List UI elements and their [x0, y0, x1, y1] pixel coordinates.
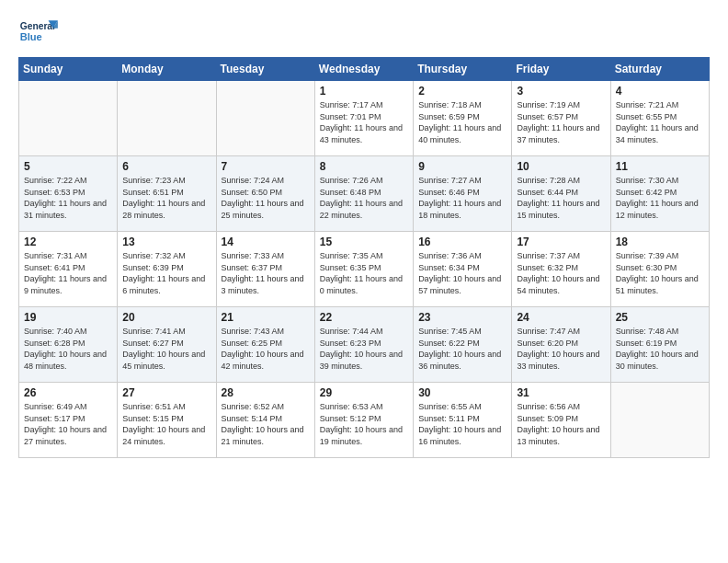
week-row-4: 19Sunrise: 7:40 AM Sunset: 6:28 PM Dayli…: [19, 307, 710, 383]
day-info: Sunrise: 7:35 AM Sunset: 6:35 PM Dayligh…: [320, 250, 408, 296]
day-number: 7: [222, 160, 310, 173]
calendar-cell: [118, 81, 216, 156]
calendar-cell: 30Sunrise: 6:55 AM Sunset: 5:11 PM Dayli…: [414, 383, 512, 458]
day-info: Sunrise: 7:44 AM Sunset: 6:23 PM Dayligh…: [320, 326, 408, 372]
svg-text:Blue: Blue: [20, 31, 42, 42]
page: General Blue SundayMondayTuesdayWednesda…: [0, 0, 728, 563]
day-number: 30: [418, 386, 506, 399]
calendar-cell: 31Sunrise: 6:56 AM Sunset: 5:09 PM Dayli…: [512, 383, 610, 458]
calendar-cell: 22Sunrise: 7:44 AM Sunset: 6:23 PM Dayli…: [314, 307, 413, 383]
week-row-3: 12Sunrise: 7:31 AM Sunset: 6:41 PM Dayli…: [19, 232, 710, 307]
day-info: Sunrise: 7:36 AM Sunset: 6:34 PM Dayligh…: [418, 250, 506, 296]
calendar-cell: 4Sunrise: 7:21 AM Sunset: 6:55 PM Daylig…: [610, 81, 709, 156]
calendar-cell: [19, 81, 118, 156]
day-info: Sunrise: 7:47 AM Sunset: 6:20 PM Dayligh…: [517, 326, 605, 372]
header-thursday: Thursday: [414, 58, 512, 81]
day-info: Sunrise: 7:40 AM Sunset: 6:28 PM Dayligh…: [24, 326, 112, 372]
day-number: 8: [320, 160, 408, 173]
day-number: 17: [517, 236, 605, 248]
calendar-cell: 14Sunrise: 7:33 AM Sunset: 6:37 PM Dayli…: [216, 232, 314, 307]
day-info: Sunrise: 7:18 AM Sunset: 6:59 PM Dayligh…: [418, 99, 506, 145]
calendar-cell: 26Sunrise: 6:49 AM Sunset: 5:17 PM Dayli…: [19, 383, 118, 458]
calendar-cell: 25Sunrise: 7:48 AM Sunset: 6:19 PM Dayli…: [610, 307, 709, 383]
day-info: Sunrise: 7:27 AM Sunset: 6:46 PM Dayligh…: [418, 175, 506, 221]
day-info: Sunrise: 7:48 AM Sunset: 6:19 PM Dayligh…: [616, 326, 704, 372]
week-row-5: 26Sunrise: 6:49 AM Sunset: 5:17 PM Dayli…: [19, 383, 710, 458]
header-monday: Monday: [118, 58, 216, 81]
day-number: 27: [122, 386, 210, 399]
day-info: Sunrise: 7:33 AM Sunset: 6:37 PM Dayligh…: [222, 250, 310, 296]
day-number: 9: [418, 160, 506, 173]
day-number: 6: [122, 160, 210, 173]
calendar-cell: 1Sunrise: 7:17 AM Sunset: 7:01 PM Daylig…: [314, 81, 413, 156]
day-info: Sunrise: 7:21 AM Sunset: 6:55 PM Dayligh…: [616, 99, 704, 145]
day-number: 12: [24, 236, 112, 248]
calendar-cell: [216, 81, 314, 156]
week-row-1: 1Sunrise: 7:17 AM Sunset: 7:01 PM Daylig…: [19, 81, 710, 156]
day-info: Sunrise: 7:31 AM Sunset: 6:41 PM Dayligh…: [24, 250, 112, 296]
logo-svg: General Blue: [18, 15, 74, 50]
day-number: 23: [418, 311, 506, 324]
week-row-2: 5Sunrise: 7:22 AM Sunset: 6:53 PM Daylig…: [19, 156, 710, 232]
calendar-cell: 8Sunrise: 7:26 AM Sunset: 6:48 PM Daylig…: [314, 156, 413, 232]
calendar-cell: 24Sunrise: 7:47 AM Sunset: 6:20 PM Dayli…: [512, 307, 610, 383]
day-number: 18: [616, 236, 704, 248]
day-info: Sunrise: 7:39 AM Sunset: 6:30 PM Dayligh…: [616, 250, 704, 296]
day-number: 11: [616, 160, 704, 173]
day-number: 21: [222, 311, 310, 324]
calendar-cell: 29Sunrise: 6:53 AM Sunset: 5:12 PM Dayli…: [314, 383, 413, 458]
day-info: Sunrise: 6:55 AM Sunset: 5:11 PM Dayligh…: [418, 401, 506, 447]
day-number: 13: [122, 236, 210, 248]
calendar-cell: 21Sunrise: 7:43 AM Sunset: 6:25 PM Dayli…: [216, 307, 314, 383]
day-number: 28: [222, 386, 310, 399]
day-info: Sunrise: 7:41 AM Sunset: 6:27 PM Dayligh…: [122, 326, 210, 372]
day-info: Sunrise: 7:17 AM Sunset: 7:01 PM Dayligh…: [320, 99, 408, 145]
day-info: Sunrise: 7:24 AM Sunset: 6:50 PM Dayligh…: [222, 175, 310, 221]
calendar-cell: 5Sunrise: 7:22 AM Sunset: 6:53 PM Daylig…: [19, 156, 118, 232]
day-info: Sunrise: 7:23 AM Sunset: 6:51 PM Dayligh…: [122, 175, 210, 221]
header-saturday: Saturday: [610, 58, 709, 81]
calendar-cell: 3Sunrise: 7:19 AM Sunset: 6:57 PM Daylig…: [512, 81, 610, 156]
day-number: 3: [517, 85, 605, 98]
day-info: Sunrise: 6:52 AM Sunset: 5:14 PM Dayligh…: [222, 401, 310, 447]
day-number: 26: [24, 386, 112, 399]
calendar-cell: 7Sunrise: 7:24 AM Sunset: 6:50 PM Daylig…: [216, 156, 314, 232]
day-info: Sunrise: 7:37 AM Sunset: 6:32 PM Dayligh…: [517, 250, 605, 296]
calendar-cell: 19Sunrise: 7:40 AM Sunset: 6:28 PM Dayli…: [19, 307, 118, 383]
header: General Blue: [18, 15, 710, 50]
day-info: Sunrise: 7:28 AM Sunset: 6:44 PM Dayligh…: [517, 175, 605, 221]
day-number: 2: [418, 85, 506, 98]
day-info: Sunrise: 7:32 AM Sunset: 6:39 PM Dayligh…: [122, 250, 210, 296]
day-number: 20: [122, 311, 210, 324]
calendar-cell: 12Sunrise: 7:31 AM Sunset: 6:41 PM Dayli…: [19, 232, 118, 307]
calendar-cell: 18Sunrise: 7:39 AM Sunset: 6:30 PM Dayli…: [610, 232, 709, 307]
day-number: 4: [616, 85, 704, 98]
day-info: Sunrise: 7:22 AM Sunset: 6:53 PM Dayligh…: [24, 175, 112, 221]
calendar-cell: 13Sunrise: 7:32 AM Sunset: 6:39 PM Dayli…: [118, 232, 216, 307]
day-info: Sunrise: 6:49 AM Sunset: 5:17 PM Dayligh…: [24, 401, 112, 447]
day-info: Sunrise: 7:26 AM Sunset: 6:48 PM Dayligh…: [320, 175, 408, 221]
day-number: 19: [24, 311, 112, 324]
header-tuesday: Tuesday: [216, 58, 314, 81]
header-friday: Friday: [512, 58, 610, 81]
calendar-cell: 27Sunrise: 6:51 AM Sunset: 5:15 PM Dayli…: [118, 383, 216, 458]
calendar-cell: 6Sunrise: 7:23 AM Sunset: 6:51 PM Daylig…: [118, 156, 216, 232]
day-number: 5: [24, 160, 112, 173]
header-wednesday: Wednesday: [314, 58, 413, 81]
calendar-cell: 10Sunrise: 7:28 AM Sunset: 6:44 PM Dayli…: [512, 156, 610, 232]
calendar-header-row: SundayMondayTuesdayWednesdayThursdayFrid…: [19, 58, 710, 81]
day-number: 22: [320, 311, 408, 324]
day-info: Sunrise: 7:43 AM Sunset: 6:25 PM Dayligh…: [222, 326, 310, 372]
day-number: 24: [517, 311, 605, 324]
calendar-cell: 15Sunrise: 7:35 AM Sunset: 6:35 PM Dayli…: [314, 232, 413, 307]
day-number: 1: [320, 85, 408, 98]
header-sunday: Sunday: [19, 58, 118, 81]
day-info: Sunrise: 6:56 AM Sunset: 5:09 PM Dayligh…: [517, 401, 605, 447]
day-info: Sunrise: 7:19 AM Sunset: 6:57 PM Dayligh…: [517, 99, 605, 145]
day-info: Sunrise: 7:30 AM Sunset: 6:42 PM Dayligh…: [616, 175, 704, 221]
day-number: 16: [418, 236, 506, 248]
day-info: Sunrise: 6:53 AM Sunset: 5:12 PM Dayligh…: [320, 401, 408, 447]
day-number: 31: [517, 386, 605, 399]
day-number: 15: [320, 236, 408, 248]
day-number: 14: [222, 236, 310, 248]
